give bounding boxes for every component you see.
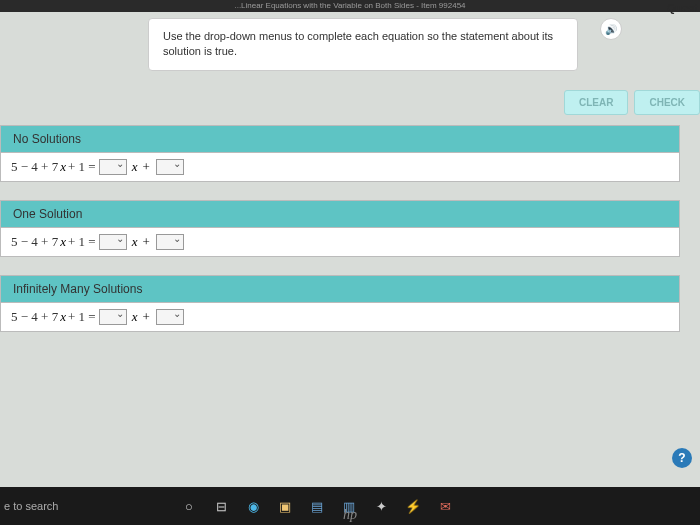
speaker-icon: 🔊 [605,24,617,35]
search-text[interactable]: e to search [0,500,170,512]
quest-label: Quest [667,2,698,14]
coefficient-dropdown[interactable] [99,159,127,175]
problem-header: Infinitely Many Solutions [0,275,680,303]
header-bar: ...Linear Equations with the Variable on… [0,0,700,12]
coefficient-dropdown[interactable] [99,309,127,325]
instruction-box: Use the drop-down menus to complete each… [148,18,578,71]
instruction-text: Use the drop-down menus to complete each… [163,30,553,57]
coefficient-dropdown[interactable] [99,234,127,250]
problem-one-solution: One Solution 5 − 4 + 7 x + 1 = x + [0,200,680,257]
audio-button[interactable]: 🔊 [600,18,622,40]
check-button[interactable]: CHECK [634,90,700,115]
equation-row: 5 − 4 + 7 x + 1 = x + [0,153,680,182]
app-icon[interactable]: ✦ [372,497,390,515]
problem-header: One Solution [0,200,680,228]
plus-sign: + [142,159,149,175]
variable-x: x [60,159,66,175]
after-var: + 1 = [68,309,96,325]
plus-sign: + [142,234,149,250]
header-title: ...Linear Equations with the Variable on… [234,1,465,10]
problem-infinite-solutions: Infinitely Many Solutions 5 − 4 + 7 x + … [0,275,680,332]
equation-row: 5 − 4 + 7 x + 1 = x + [0,303,680,332]
variable-x: x [132,309,138,325]
problem-no-solutions: No Solutions 5 − 4 + 7 x + 1 = x + [0,125,680,182]
hp-logo: hp [343,507,357,523]
after-var: + 1 = [68,234,96,250]
edge-icon[interactable]: ◉ [244,497,262,515]
help-button[interactable]: ? [672,448,692,468]
equation-row: 5 − 4 + 7 x + 1 = x + [0,228,680,257]
constant-dropdown[interactable] [156,159,184,175]
problems-container: No Solutions 5 − 4 + 7 x + 1 = x + One S… [0,125,680,350]
constant-dropdown[interactable] [156,309,184,325]
app-icon-2[interactable]: ⚡ [404,497,422,515]
variable-x: x [60,309,66,325]
lhs-text: 5 − 4 + 7 [11,309,58,325]
lhs-text: 5 − 4 + 7 [11,159,58,175]
cortana-icon[interactable]: ○ [180,497,198,515]
clear-button[interactable]: CLEAR [564,90,628,115]
variable-x: x [132,159,138,175]
plus-sign: + [142,309,149,325]
gmail-icon[interactable]: ✉ [436,497,454,515]
lhs-text: 5 − 4 + 7 [11,234,58,250]
problem-header: No Solutions [0,125,680,153]
after-var: + 1 = [68,159,96,175]
constant-dropdown[interactable] [156,234,184,250]
variable-x: x [132,234,138,250]
store-icon[interactable]: ▤ [308,497,326,515]
variable-x: x [60,234,66,250]
explorer-icon[interactable]: ▣ [276,497,294,515]
task-view-icon[interactable]: ⊟ [212,497,230,515]
